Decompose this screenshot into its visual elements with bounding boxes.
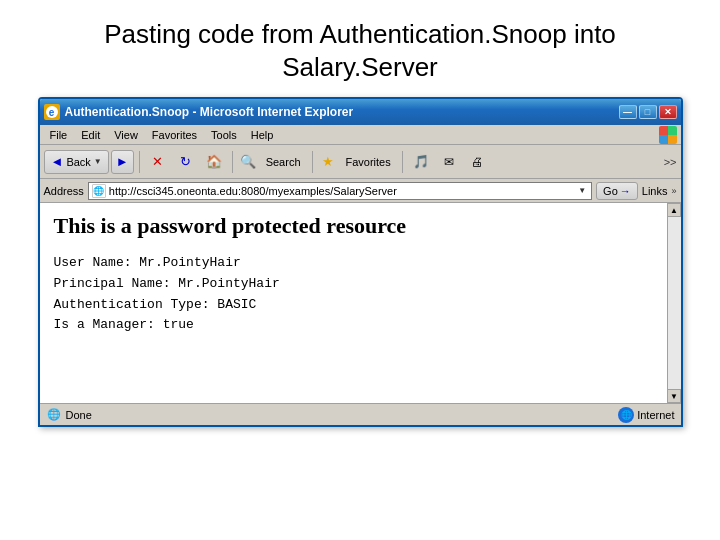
page-icon: 🌐 (92, 184, 106, 198)
close-button[interactable]: ✕ (659, 105, 677, 119)
title-bar: e Authentication.Snoop - Microsoft Inter… (40, 99, 681, 125)
back-label: Back (66, 156, 90, 168)
scrollbar[interactable]: ▲ ▼ (667, 203, 681, 403)
separator-1 (139, 151, 140, 173)
forward-button[interactable]: ► (111, 150, 134, 174)
windows-flag-icon (659, 126, 677, 144)
links-button[interactable]: Links (642, 185, 668, 197)
scroll-track[interactable] (668, 217, 681, 389)
menu-file[interactable]: File (44, 128, 74, 142)
search-icon-btn[interactable]: 🔍 (238, 149, 258, 175)
address-label: Address (44, 185, 84, 197)
status-right: 🌐 Internet (618, 407, 674, 423)
stop-icon: ✕ (152, 154, 163, 169)
home-icon: 🏠 (206, 154, 222, 169)
page-icon-symbol: 🌐 (93, 186, 104, 196)
maximize-button[interactable]: □ (639, 105, 657, 119)
menu-edit[interactable]: Edit (75, 128, 106, 142)
content-line3: Authentication Type: BASIC (54, 295, 661, 316)
globe-symbol: 🌐 (621, 410, 632, 420)
browser-window: e Authentication.Snoop - Microsoft Inter… (38, 97, 683, 427)
page-status-icon: 🌐 (47, 408, 61, 421)
favorites-label: Favorites (346, 156, 391, 168)
address-text: http://csci345.oneonta.edu:8080/myexampl… (109, 185, 573, 197)
address-dropdown-icon[interactable]: ▼ (576, 186, 588, 195)
status-bar: 🌐 Done 🌐 Internet (40, 403, 681, 425)
home-button[interactable]: 🏠 (201, 149, 227, 175)
globe-icon: 🌐 (618, 407, 634, 423)
favorites-icon-btn[interactable]: ★ (318, 149, 338, 175)
more-tools-label[interactable]: >> (664, 156, 677, 168)
media-icon: 🎵 (413, 154, 429, 169)
mail-button[interactable]: ✉ (436, 149, 462, 175)
title-bar-text: Authentication.Snoop - Microsoft Interne… (65, 105, 354, 119)
content-line4: Is a Manager: true (54, 315, 661, 336)
title-bar-buttons: — □ ✕ (619, 105, 677, 119)
back-dropdown-icon: ▼ (94, 157, 102, 166)
nav-group: ◄ Back ▼ ► (44, 150, 134, 174)
refresh-button[interactable]: ↻ (173, 149, 199, 175)
back-button[interactable]: ◄ Back ▼ (44, 150, 109, 174)
toolbar-right-menu (659, 126, 677, 144)
status-text: Done (66, 409, 92, 421)
toolbar-more: >> (664, 156, 677, 168)
title-line1: Pasting code from Authentication.Snoop i… (104, 19, 616, 49)
menu-help[interactable]: Help (245, 128, 280, 142)
links-chevron-icon: » (671, 186, 676, 196)
scroll-up-button[interactable]: ▲ (667, 203, 681, 217)
toolbar: ◄ Back ▼ ► ✕ ↻ 🏠 🔍 (40, 145, 681, 179)
address-bar: Address 🌐 http://csci345.oneonta.edu:808… (40, 179, 681, 203)
mail-icon: ✉ (444, 155, 454, 169)
menu-bar: File Edit View Favorites Tools Help (40, 125, 681, 145)
forward-arrow-icon: ► (116, 154, 129, 169)
print-button[interactable]: 🖨 (464, 149, 490, 175)
go-label: Go (603, 185, 618, 197)
title-bar-left: e Authentication.Snoop - Microsoft Inter… (44, 104, 354, 120)
star-icon: ★ (322, 154, 334, 169)
menu-tools[interactable]: Tools (205, 128, 243, 142)
separator-4 (402, 151, 403, 173)
content-area-wrapper: This is a password protected resource Us… (40, 203, 681, 403)
content-heading: This is a password protected resource (54, 213, 661, 239)
search-button[interactable]: Search (260, 153, 307, 171)
internet-zone: 🌐 Internet (618, 407, 674, 423)
ie-icon: e (44, 104, 60, 120)
address-input-wrapper[interactable]: 🌐 http://csci345.oneonta.edu:8080/myexam… (88, 182, 592, 200)
zone-label: Internet (637, 409, 674, 421)
search-label: Search (266, 156, 301, 168)
back-arrow-icon: ◄ (51, 154, 64, 169)
separator-3 (312, 151, 313, 173)
search-icon: 🔍 (240, 154, 256, 169)
browser-content: This is a password protected resource Us… (40, 203, 681, 403)
favorites-button[interactable]: Favorites (340, 153, 397, 171)
minimize-button[interactable]: — (619, 105, 637, 119)
status-loading-icon: 🌐 (46, 407, 62, 423)
refresh-icon: ↻ (180, 154, 191, 169)
go-arrow-icon: → (620, 185, 631, 197)
print-icon: 🖨 (471, 155, 483, 169)
media-button[interactable]: 🎵 (408, 149, 434, 175)
go-button[interactable]: Go → (596, 182, 638, 200)
title-line2: Salary.Server (282, 52, 438, 82)
slide-title: Pasting code from Authentication.Snoop i… (104, 18, 616, 83)
scroll-down-button[interactable]: ▼ (667, 389, 681, 403)
content-body: User Name: Mr.PointyHair Principal Name:… (54, 253, 661, 336)
separator-2 (232, 151, 233, 173)
content-line1: User Name: Mr.PointyHair (54, 253, 661, 274)
menu-view[interactable]: View (108, 128, 144, 142)
menu-favorites[interactable]: Favorites (146, 128, 203, 142)
slide-container: Pasting code from Authentication.Snoop i… (0, 0, 720, 540)
stop-button[interactable]: ✕ (145, 149, 171, 175)
content-line2: Principal Name: Mr.PointyHair (54, 274, 661, 295)
